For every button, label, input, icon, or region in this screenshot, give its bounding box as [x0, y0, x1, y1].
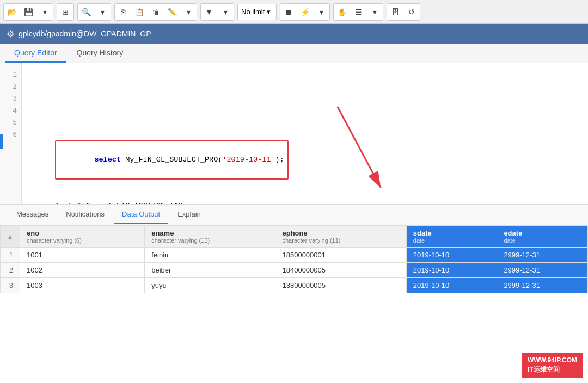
- tab-notifications[interactable]: Notifications: [58, 206, 112, 224]
- copy-button[interactable]: ⎘: [115, 4, 131, 20]
- cell-sdate-1: 2019-10-10: [406, 248, 497, 263]
- refresh-button[interactable]: ↺: [403, 4, 420, 20]
- watermark: WWW.94IP.COM IT运维空间: [522, 353, 583, 378]
- cell-edate-1: 2999-12-31: [497, 248, 588, 263]
- result-table: ▲ eno character varying (6) ename charac…: [0, 225, 588, 293]
- run-button-group: ⏹ ⚡ ▾: [280, 3, 330, 21]
- tab-explain[interactable]: Explain: [170, 206, 209, 224]
- view-button-group: ⊞: [57, 3, 74, 21]
- row-num-3: 3: [1, 278, 20, 293]
- connection-icon: ⚙: [7, 29, 14, 39]
- run-dropdown-button[interactable]: ▾: [313, 4, 329, 20]
- tab-messages[interactable]: Messages: [9, 206, 56, 224]
- save-button[interactable]: 💾: [20, 4, 36, 20]
- cell-ename-3: yuyu: [145, 278, 275, 293]
- editor-content[interactable]: select My_FIN_GL_SUBJECT_PRO('2019-10-11…: [22, 63, 588, 204]
- col-type-ename: character varying (10): [151, 237, 268, 244]
- col-type-sdate: date: [413, 237, 491, 244]
- list-dropdown-button[interactable]: ▾: [366, 4, 383, 20]
- col-header-eno[interactable]: eno character varying (6): [20, 226, 145, 248]
- cell-ephone-2: 18400000005: [275, 263, 406, 278]
- bottom-panel: Messages Notifications Data Output Expla…: [0, 205, 588, 293]
- tab-data-output[interactable]: Data Output: [114, 206, 168, 224]
- watermark-line1: WWW.94IP.COM: [528, 356, 577, 365]
- bottom-tabs: Messages Notifications Data Output Expla…: [0, 205, 588, 225]
- watermark-line2: IT运维空间: [528, 365, 577, 374]
- editor-area[interactable]: 1 2 3 4 5 6 select My_FIN_GL_SUBJECT_PRO…: [0, 63, 588, 205]
- connection-bar: ⚙ gplcydb/gpadmin@DW_GPADMIN_GP: [0, 24, 588, 44]
- line-numbers: 1 2 3 4 5 6: [0, 63, 22, 204]
- col-name-ephone: ephone: [282, 229, 307, 237]
- tab-query-history[interactable]: Query History: [68, 44, 132, 63]
- data-table-wrapper: ▲ eno character varying (6) ename charac…: [0, 225, 588, 293]
- search-button-group: 🔍 ▾: [77, 3, 111, 21]
- delete-button[interactable]: 🗑: [148, 4, 164, 20]
- filter-button[interactable]: ▼: [201, 4, 217, 20]
- hand-button[interactable]: ✋: [334, 4, 350, 20]
- cell-ephone-3: 13800000005: [275, 278, 406, 293]
- limit-select[interactable]: No limit ▾: [237, 4, 277, 20]
- cell-ename-2: beibei: [145, 263, 275, 278]
- open-folder-button[interactable]: 📂: [4, 4, 20, 20]
- filter-dropdown-button[interactable]: ▾: [217, 4, 234, 20]
- cell-sdate-3: 2019-10-10: [406, 278, 497, 293]
- row-num-1: 1: [1, 248, 20, 263]
- col-type-ephone: character varying (11): [282, 237, 399, 244]
- col-name-ename: ename: [151, 229, 174, 237]
- line-num-1: 1: [0, 69, 21, 81]
- file-dropdown-button[interactable]: ▾: [36, 4, 53, 20]
- line-num-4: 4: [0, 104, 21, 116]
- edit-button-group: ⎘ 📋 🗑 ✏️ ▾: [114, 3, 197, 21]
- edit-dropdown-button[interactable]: ▾: [180, 4, 197, 20]
- line-num-3: 3: [0, 92, 21, 104]
- interact-button-group: ✋ ☰ ▾: [333, 3, 383, 21]
- search-dropdown-button[interactable]: ▾: [94, 4, 111, 20]
- table-row: 3 1003 yuyu 13800000005 2019-10-10 2999-…: [1, 278, 588, 293]
- col-header-ename[interactable]: ename character varying (10): [145, 226, 275, 248]
- cell-eno-3: 1003: [20, 278, 145, 293]
- col-name-sdate: sdate: [413, 229, 432, 237]
- col-header-edate[interactable]: edate date: [497, 226, 588, 248]
- db-button-group: 🗄 ↺: [387, 3, 420, 21]
- col-header-sdate[interactable]: sdate date: [406, 226, 497, 248]
- col-name-edate: edate: [504, 229, 522, 237]
- col-header-ephone[interactable]: ephone character varying (11): [275, 226, 406, 248]
- code-line-2: select My_FIN_GL_SUBJECT_PRO('2019-10-11…: [28, 128, 581, 140]
- cell-edate-2: 2999-12-31: [497, 263, 588, 278]
- limit-label: No limit: [241, 8, 265, 16]
- table-row: 1 1001 feiniu 18500000001 2019-10-10 299…: [1, 248, 588, 263]
- line-num-5: 5: [0, 116, 21, 128]
- col-name-eno: eno: [27, 229, 39, 237]
- main-tabs: Query Editor Query History: [0, 44, 588, 63]
- highlighted-code-block: select My_FIN_GL_SUBJECT_PRO('2019-10-11…: [55, 140, 289, 180]
- edit-button[interactable]: ✏️: [164, 4, 180, 20]
- col-type-eno: character varying (6): [27, 237, 138, 244]
- toolbar: 📂 💾 ▾ ⊞ 🔍 ▾ ⎘ 📋 🗑 ✏️ ▾ ▼ ▾ No limit ▾ ⏹ …: [0, 0, 588, 24]
- col-type-edate: date: [504, 237, 581, 244]
- filter-button-group: ▼ ▾: [200, 3, 234, 21]
- list-button[interactable]: ☰: [350, 4, 366, 20]
- cell-eno-1: 1001: [20, 248, 145, 263]
- code-line-4: select * from T_FIN_ACCTION_TAR;: [28, 200, 581, 205]
- connection-text: gplcydb/gpadmin@DW_GPADMIN_GP: [19, 29, 151, 38]
- cell-ename-1: feiniu: [145, 248, 275, 263]
- run-button[interactable]: ⚡: [297, 4, 313, 20]
- line-num-2: 2: [0, 81, 21, 92]
- limit-chevron-icon: ▾: [267, 8, 271, 16]
- tab-query-editor[interactable]: Query Editor: [5, 44, 66, 63]
- cell-ephone-1: 18500000001: [275, 248, 406, 263]
- database-button[interactable]: 🗄: [387, 4, 403, 20]
- table-row: 2 1002 beibei 18400000005 2019-10-10 299…: [1, 263, 588, 278]
- row-num-2: 2: [1, 263, 20, 278]
- cell-sdate-2: 2019-10-10: [406, 263, 497, 278]
- table-header-row: ▲ eno character varying (6) ename charac…: [1, 226, 588, 248]
- paste-button[interactable]: 📋: [131, 4, 148, 20]
- file-button-group: 📂 💾 ▾: [3, 3, 53, 21]
- grid-button[interactable]: ⊞: [57, 4, 74, 20]
- cell-eno-2: 1002: [20, 263, 145, 278]
- left-indicator: [0, 134, 3, 149]
- code-line-1: [28, 92, 581, 104]
- stop-button[interactable]: ⏹: [280, 4, 297, 20]
- row-num-header: ▲: [1, 226, 20, 248]
- search-button[interactable]: 🔍: [78, 4, 94, 20]
